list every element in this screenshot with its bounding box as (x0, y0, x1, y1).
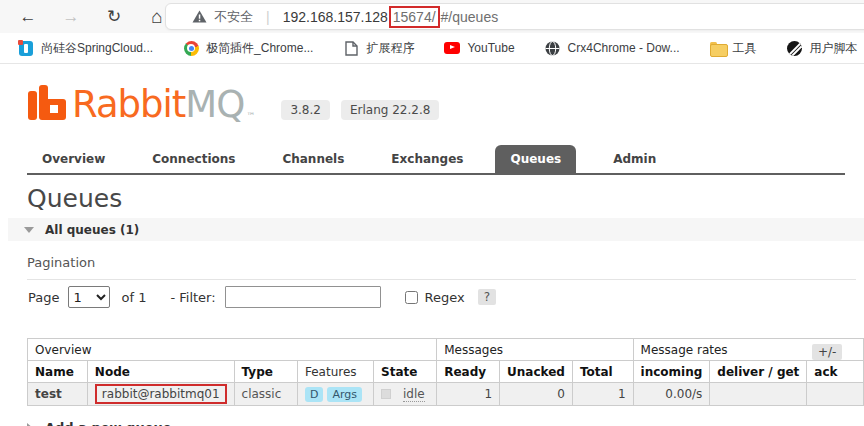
regex-help-button[interactable]: ? (478, 289, 496, 305)
queue-features-cell: DArgs (297, 383, 373, 406)
col-header-ready[interactable]: Ready (437, 361, 500, 383)
col-header-node[interactable]: Node (87, 361, 234, 383)
erlang-version-badge: Erlang 22.2.8 (341, 100, 439, 120)
bookmark-tools-folder[interactable]: 工具 (702, 37, 765, 60)
col-header-unacked[interactable]: Unacked (500, 361, 573, 383)
rabbitmq-version-badge: 3.8.2 (281, 100, 330, 120)
table-column-header-row: Name Node Type Features State Ready Unac… (28, 361, 864, 383)
col-header-type[interactable]: Type (234, 361, 297, 383)
queue-state-cell: idle (374, 383, 437, 406)
rabbitmq-wordmark: RabbitMQ™ (72, 86, 254, 123)
rabbitmq-rabbit-icon (28, 85, 66, 123)
page-label: Page (28, 290, 59, 305)
filter-label: - Filter: (170, 290, 215, 305)
bookmarks-bar: 尚硅谷SpringCloud... 极简插件_Chrome... 扩展程序 Yo… (0, 33, 864, 64)
security-indicator[interactable]: 不安全 (192, 8, 253, 26)
add-queue-section-header[interactable]: Add a new queue (27, 420, 172, 426)
tab-overview[interactable]: Overview (27, 145, 120, 173)
bookmark-springcloud[interactable]: 尚硅谷SpringCloud... (10, 37, 161, 60)
security-warning-text: 不安全 (214, 8, 253, 26)
col-header-total[interactable]: Total (572, 361, 633, 383)
tab-exchanges[interactable]: Exchanges (376, 145, 478, 173)
filter-input[interactable] (225, 286, 381, 308)
version-badges: 3.8.2 Erlang 22.2.8 (270, 100, 439, 120)
warning-triangle-icon (192, 10, 207, 23)
tab-connections[interactable]: Connections (137, 145, 250, 173)
all-queues-section-header[interactable]: All queues (1) (8, 218, 864, 241)
bookmark-crx4chrome[interactable]: Crx4Chrome - Dow... (537, 37, 688, 59)
url-host: 192.168.157.128 (283, 9, 388, 25)
incoming-rate-cell: 0.00/s (633, 383, 710, 406)
queues-table: Overview Messages Message rates Name Nod… (27, 338, 864, 406)
col-header-deliver-get[interactable]: deliver / get (710, 361, 807, 383)
folder-icon (710, 40, 726, 56)
bookmark-youtube[interactable]: YouTube (436, 37, 522, 59)
table-row: test rabbit@rabbitmq01 classic DArgs idl… (28, 383, 864, 406)
refresh-icon[interactable]: ↻ (99, 2, 129, 32)
chevron-down-icon (24, 227, 34, 233)
main-nav-tabs: Overview Connections Channels Exchanges … (27, 145, 845, 175)
state-indicator-icon (381, 389, 391, 399)
browser-toolbar: ← → ↻ ⌂ 不安全 | 192.168.157.12815674/#/que… (0, 0, 864, 33)
screen: ← → ↻ ⌂ 不安全 | 192.168.157.12815674/#/que… (0, 0, 864, 426)
col-header-ack[interactable]: ack (807, 361, 864, 383)
page-of-label: of 1 (121, 290, 146, 305)
bookmark-extensions[interactable]: 扩展程序 (335, 37, 422, 60)
add-queue-label: Add a new queue (45, 420, 172, 426)
tab-queues[interactable]: Queues (495, 145, 576, 173)
unacked-count-cell: 0 (500, 383, 573, 406)
rabbitmq-logo[interactable]: RabbitMQ™ 3.8.2 Erlang 22.2.8 (28, 85, 439, 123)
pagination-controls: Page 1 of 1 - Filter: Regex ? (28, 286, 496, 308)
group-messages: Messages (437, 339, 633, 361)
all-queues-label: All queues (1) (45, 223, 139, 237)
chrome-icon (183, 40, 199, 56)
tab-admin[interactable]: Admin (598, 145, 671, 173)
page-title: Queues (27, 184, 122, 213)
queue-name-cell[interactable]: test (28, 383, 88, 406)
regex-label: Regex (425, 290, 465, 305)
feature-badge-durable: D (305, 387, 323, 402)
url-text: 192.168.157.12815674/#/queues (283, 6, 499, 28)
youtube-icon (444, 40, 460, 56)
globe-icon (545, 40, 561, 56)
regex-checkbox[interactable] (405, 291, 418, 304)
col-header-state[interactable]: State (374, 361, 437, 383)
col-header-name[interactable]: Name (28, 361, 88, 383)
state-text: idle (403, 387, 425, 402)
queue-node-cell: rabbit@rabbitmq01 (87, 383, 234, 406)
ack-rate-cell (807, 383, 864, 406)
edu-favicon (18, 40, 34, 56)
url-port-annotation: 15674/ (389, 6, 440, 28)
chevron-right-icon (27, 423, 33, 426)
page-icon (343, 40, 359, 56)
ready-count-cell: 1 (437, 383, 500, 406)
forward-icon[interactable]: → (56, 2, 86, 32)
feature-badge-args: Args (327, 387, 362, 402)
queue-type-cell: classic (234, 383, 297, 406)
userscript-icon (787, 40, 803, 56)
bookmark-chrome-plugins[interactable]: 极简插件_Chrome... (175, 37, 321, 60)
node-annotation-box: rabbit@rabbitmq01 (95, 384, 227, 404)
deliver-get-rate-cell (710, 383, 807, 406)
pagination-heading: Pagination (27, 255, 856, 280)
col-header-features: Features (297, 361, 373, 383)
url-path: #/queues (441, 9, 499, 25)
rabbitmq-page: RabbitMQ™ 3.8.2 Erlang 22.2.8 Overview C… (0, 65, 864, 426)
back-icon[interactable]: ← (13, 2, 43, 32)
page-select[interactable]: 1 (68, 286, 110, 308)
table-group-header-row: Overview Messages Message rates (28, 339, 864, 361)
address-divider: | (266, 9, 270, 25)
bookmark-userscripts[interactable]: 用户脚本 (779, 37, 864, 60)
group-overview: Overview (28, 339, 437, 361)
address-bar[interactable]: 不安全 | 192.168.157.12815674/#/queues (165, 3, 864, 30)
total-count-cell: 1 (572, 383, 633, 406)
tab-channels[interactable]: Channels (267, 145, 359, 173)
col-header-incoming[interactable]: incoming (633, 361, 710, 383)
toggle-columns-button[interactable]: +/- (812, 344, 842, 360)
